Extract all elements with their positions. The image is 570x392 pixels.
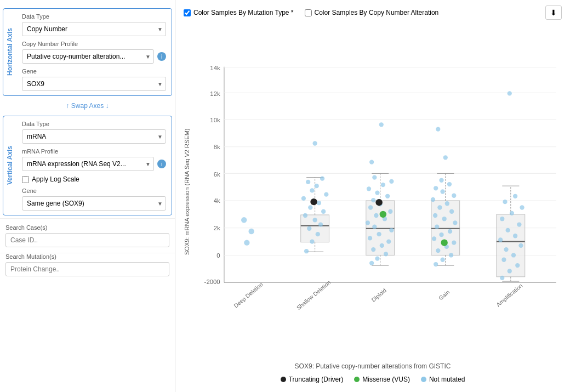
missense-label: Missense (VUS)	[362, 376, 410, 383]
gene-select-h-wrapper: SOX9 ▼	[22, 77, 166, 91]
color-by-copy-number-option: Color Samples By Copy Number Alteration	[305, 9, 439, 16]
data-type-select-h[interactable]: Copy Number	[22, 22, 166, 36]
svg-text:8k: 8k	[214, 144, 220, 150]
svg-point-105	[431, 197, 435, 202]
search-mutations-input[interactable]	[5, 262, 169, 276]
not-mutated-label: Not mutated	[429, 376, 465, 383]
svg-point-106	[452, 194, 456, 198]
chart-options-bar: Color Samples By Mutation Type * Color S…	[184, 5, 562, 20]
copy-number-profile-label: Copy Number Profile	[22, 41, 166, 47]
svg-point-78	[369, 160, 374, 164]
svg-point-136	[513, 194, 517, 198]
apply-log-scale-row: Apply Log Scale	[22, 175, 166, 183]
svg-point-91	[449, 253, 453, 257]
svg-point-125	[511, 253, 516, 257]
svg-point-31	[310, 239, 314, 243]
right-panel: Color Samples By Mutation Type * Color S…	[175, 0, 570, 392]
svg-point-58	[371, 247, 375, 252]
copy-number-profile-select[interactable]: Putative copy-number alteration...	[22, 49, 154, 64]
svg-point-122	[508, 269, 512, 273]
search-mutations-label: Search Mutation(s)	[5, 253, 169, 260]
svg-point-92	[436, 248, 440, 253]
svg-point-63	[389, 228, 394, 232]
svg-point-131	[517, 222, 521, 226]
svg-point-40	[301, 196, 306, 201]
svg-point-81	[380, 211, 386, 218]
svg-point-112	[436, 127, 440, 131]
svg-point-64	[372, 225, 377, 229]
svg-point-132	[500, 217, 504, 221]
svg-point-109	[447, 182, 452, 186]
svg-point-34	[318, 222, 323, 226]
info-icon-copy-number[interactable]: i	[157, 52, 166, 61]
gene-select-v[interactable]: Same gene (SOX9)	[22, 196, 166, 211]
chart-footer: SOX9: Putative copy-number alterations f…	[184, 358, 562, 372]
svg-point-76	[389, 179, 394, 184]
mrna-profile-select[interactable]: mRNA expression (RNA Seq V2...	[22, 157, 154, 171]
svg-point-42	[310, 188, 314, 192]
not-mutated-dot	[421, 377, 426, 382]
svg-point-37	[321, 209, 326, 214]
svg-point-36	[303, 213, 307, 218]
data-type-label-v: Data Type	[22, 121, 166, 127]
truncating-dot	[281, 377, 286, 382]
svg-point-89	[434, 262, 438, 266]
download-button[interactable]: ⬇	[545, 5, 562, 20]
svg-point-130	[505, 228, 510, 232]
truncating-label: Truncating (Driver)	[289, 376, 344, 383]
svg-point-111	[443, 155, 448, 160]
svg-text:Diploid: Diploid	[371, 287, 387, 303]
svg-point-121	[500, 276, 504, 280]
vertical-axis-label: Vertical Axis	[3, 116, 16, 215]
svg-point-65	[366, 220, 370, 225]
info-icon-mrna[interactable]: i	[157, 160, 166, 168]
svg-point-67	[374, 213, 378, 218]
svg-point-99	[453, 220, 457, 225]
gene-label-v: Gene	[22, 188, 166, 194]
svg-point-90	[440, 258, 444, 262]
color-by-copy-number-checkbox[interactable]	[305, 9, 312, 16]
svg-point-77	[372, 175, 377, 179]
chart-container: SOX9: mRNA expression (RNA Seq V2 RSEM) …	[184, 25, 562, 358]
data-type-select-v[interactable]: mRNA	[22, 129, 166, 144]
svg-point-68	[388, 209, 392, 214]
svg-point-73	[375, 190, 379, 195]
svg-point-38	[308, 205, 312, 209]
legend-item-not-mutated: Not mutated	[421, 376, 465, 383]
gene-select-h[interactable]: SOX9	[22, 77, 166, 91]
svg-point-39	[317, 201, 321, 205]
svg-point-96	[439, 232, 443, 237]
svg-point-126	[504, 247, 508, 252]
svg-text:14k: 14k	[210, 65, 220, 71]
apply-log-scale-checkbox[interactable]	[22, 176, 29, 183]
data-type-label-h: Data Type	[22, 13, 166, 20]
swap-axes-button[interactable]: ↑ Swap Axes ↓	[0, 99, 175, 113]
svg-point-41	[324, 192, 328, 197]
svg-text:4k: 4k	[214, 197, 220, 204]
svg-point-79	[379, 122, 384, 127]
download-icon: ⬇	[550, 8, 557, 17]
color-by-mutation-label: Color Samples By Mutation Type *	[193, 9, 294, 16]
svg-point-94	[452, 241, 456, 245]
svg-point-127	[518, 243, 523, 248]
svg-point-128	[498, 237, 503, 242]
gene-label-h: Gene	[22, 68, 166, 75]
svg-point-75	[381, 183, 385, 187]
search-cases-input[interactable]	[5, 233, 169, 247]
svg-point-59	[380, 243, 384, 248]
svg-point-104	[445, 201, 449, 206]
missense-dot	[354, 377, 360, 382]
svg-point-20	[244, 240, 249, 246]
mrna-profile-label: mRNA Profile	[22, 148, 166, 155]
svg-point-30	[304, 249, 309, 253]
svg-point-43	[315, 184, 319, 188]
svg-point-32	[316, 232, 320, 236]
svg-point-45	[320, 177, 324, 181]
chart-legend: Truncating (Driver) Missense (VUS) Not m…	[184, 372, 562, 387]
color-by-mutation-checkbox[interactable]	[184, 9, 191, 16]
svg-point-103	[437, 205, 442, 209]
color-by-mutation-option: Color Samples By Mutation Type *	[184, 9, 294, 16]
chart-area: -2000 0 2k 4k 6k 8k 10k 12k	[193, 25, 562, 358]
svg-point-113	[441, 239, 447, 246]
legend-item-truncating: Truncating (Driver)	[281, 376, 344, 383]
